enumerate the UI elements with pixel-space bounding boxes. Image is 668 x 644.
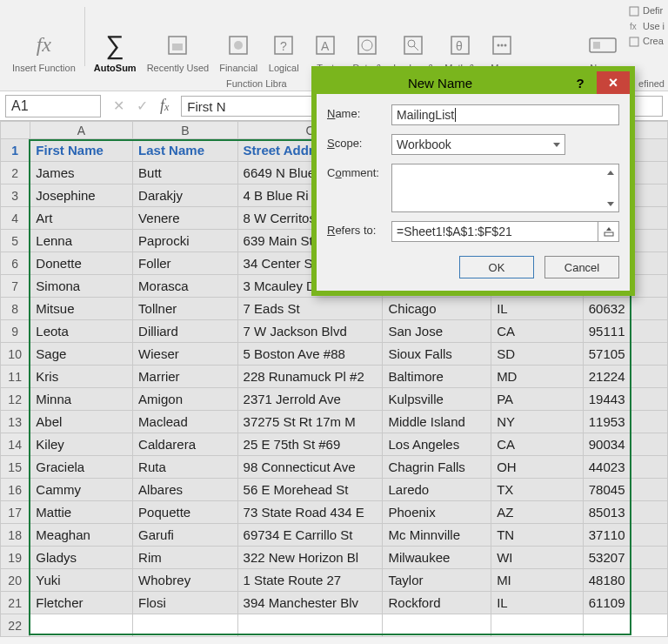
cell[interactable]: Minna bbox=[30, 388, 132, 411]
cell[interactable]: Chagrin Falls bbox=[383, 456, 491, 479]
cell[interactable]: 21224 bbox=[583, 366, 667, 388]
cell[interactable]: Mitsue bbox=[30, 298, 132, 320]
cell[interactable]: 61109 bbox=[583, 592, 667, 614]
row-header[interactable]: 1 bbox=[1, 139, 30, 162]
cell[interactable]: 98 Connecticut Ave bbox=[237, 456, 383, 479]
cell[interactable]: 7 Eads St bbox=[237, 298, 383, 320]
cell[interactable]: Amigon bbox=[133, 388, 237, 411]
cancel-entry-icon[interactable]: ✕ bbox=[113, 97, 124, 114]
more-functions-button[interactable]: More bbox=[486, 3, 518, 73]
cell[interactable]: 78045 bbox=[583, 479, 667, 501]
column-header[interactable]: B bbox=[133, 122, 237, 139]
row-header[interactable]: 8 bbox=[1, 298, 30, 320]
cell[interactable]: 90034 bbox=[583, 433, 667, 456]
select-all-corner[interactable] bbox=[1, 122, 30, 139]
financial-button[interactable]: Financial bbox=[219, 3, 257, 73]
cell[interactable]: 48180 bbox=[583, 569, 667, 592]
cell[interactable]: First Name bbox=[30, 139, 132, 162]
row-header[interactable]: 16 bbox=[1, 479, 30, 501]
cell[interactable]: Rim bbox=[133, 547, 237, 569]
dialog-titlebar[interactable]: New Name ? × bbox=[317, 71, 630, 94]
cell[interactable]: 1 State Route 27 bbox=[237, 569, 383, 592]
name-field[interactable]: MailingList bbox=[391, 104, 619, 125]
autosum-button[interactable]: ∑ AutoSum bbox=[94, 3, 137, 73]
cell[interactable]: CA bbox=[491, 320, 584, 343]
cell[interactable]: 322 New Horizon Bl bbox=[237, 547, 383, 569]
create-from-selection-button[interactable]: Crea bbox=[629, 34, 665, 50]
cell[interactable]: Marrier bbox=[133, 366, 237, 388]
row-header[interactable]: 18 bbox=[1, 524, 30, 547]
cell[interactable]: MI bbox=[491, 569, 584, 592]
cancel-button[interactable]: Cancel bbox=[544, 256, 619, 278]
cell[interactable]: Butt bbox=[133, 162, 237, 184]
cell[interactable]: Abel bbox=[30, 411, 132, 433]
cell[interactable]: 25 E 75th St #69 bbox=[237, 433, 383, 456]
cell[interactable]: 5 Boston Ave #88 bbox=[237, 343, 383, 366]
cell[interactable]: NY bbox=[491, 411, 584, 433]
cell[interactable]: Chicago bbox=[383, 298, 491, 320]
define-name-button[interactable]: Defir bbox=[629, 3, 665, 19]
cell[interactable]: Albares bbox=[133, 479, 237, 501]
row-header[interactable]: 12 bbox=[1, 388, 30, 411]
cell[interactable]: Fletcher bbox=[30, 592, 132, 614]
cell[interactable] bbox=[133, 614, 237, 637]
close-button[interactable]: × bbox=[597, 71, 630, 94]
cell[interactable]: Sioux Falls bbox=[383, 343, 491, 366]
cell[interactable]: Morasca bbox=[133, 275, 237, 298]
name-box[interactable]: A1 bbox=[5, 95, 101, 117]
cell[interactable]: Maclead bbox=[133, 411, 237, 433]
row-header[interactable]: 21 bbox=[1, 592, 30, 614]
scroll-down-icon[interactable] bbox=[605, 198, 617, 210]
cell[interactable]: Venere bbox=[133, 207, 237, 230]
recently-used-button[interactable]: Recently Used bbox=[147, 3, 210, 73]
row-header[interactable]: 19 bbox=[1, 547, 30, 569]
math-trig-button[interactable]: θ Math & bbox=[444, 3, 476, 73]
cell[interactable]: 37110 bbox=[583, 524, 667, 547]
lookup-button[interactable]: Lookup & bbox=[393, 3, 433, 73]
cell[interactable]: Los Angeles bbox=[383, 433, 491, 456]
cell[interactable]: Rockford bbox=[383, 592, 491, 614]
cell[interactable]: Meaghan bbox=[30, 524, 132, 547]
collapse-dialog-button[interactable] bbox=[598, 221, 619, 242]
cell[interactable]: Flosi bbox=[133, 592, 237, 614]
cell[interactable]: Foller bbox=[133, 252, 237, 275]
cell[interactable]: Ruta bbox=[133, 456, 237, 479]
ok-button[interactable]: OK bbox=[459, 256, 534, 278]
scroll-up-icon[interactable] bbox=[605, 166, 617, 178]
cell[interactable]: AZ bbox=[491, 501, 584, 524]
cell[interactable]: WI bbox=[491, 547, 584, 569]
cell[interactable]: 7 W Jackson Blvd bbox=[237, 320, 383, 343]
cell[interactable]: 95111 bbox=[583, 320, 667, 343]
cell[interactable]: Josephine bbox=[30, 184, 132, 207]
cell[interactable]: Cammy bbox=[30, 479, 132, 501]
cell[interactable]: Kiley bbox=[30, 433, 132, 456]
cell[interactable]: OH bbox=[491, 456, 584, 479]
cell[interactable] bbox=[383, 614, 491, 637]
cell[interactable]: 73 State Road 434 E bbox=[237, 501, 383, 524]
cell[interactable]: 394 Manchester Blv bbox=[237, 592, 383, 614]
cell[interactable]: Last Name bbox=[133, 139, 237, 162]
cell[interactable] bbox=[237, 614, 383, 637]
date-time-button[interactable]: Date & bbox=[351, 3, 383, 73]
cell[interactable]: 37275 St Rt 17m M bbox=[237, 411, 383, 433]
row-header[interactable]: 2 bbox=[1, 162, 30, 184]
cell[interactable]: 2371 Jerrold Ave bbox=[237, 388, 383, 411]
cell[interactable]: Donette bbox=[30, 252, 132, 275]
row-header[interactable]: 10 bbox=[1, 343, 30, 366]
column-header[interactable]: A bbox=[30, 122, 132, 139]
cell[interactable]: TN bbox=[491, 524, 584, 547]
cell[interactable]: Phoenix bbox=[383, 501, 491, 524]
name-manager-button[interactable]: Name bbox=[587, 3, 618, 73]
cell[interactable]: 228 Runamuck Pl #2 bbox=[237, 366, 383, 388]
cell[interactable]: Mc Minnville bbox=[383, 524, 491, 547]
cell[interactable]: Lenna bbox=[30, 230, 132, 252]
row-header[interactable]: 15 bbox=[1, 456, 30, 479]
cell[interactable] bbox=[491, 614, 584, 637]
cell[interactable]: Middle Island bbox=[383, 411, 491, 433]
cell[interactable]: Gladys bbox=[30, 547, 132, 569]
cell[interactable]: Art bbox=[30, 207, 132, 230]
cell[interactable]: 60632 bbox=[583, 298, 667, 320]
cell[interactable]: 53207 bbox=[583, 547, 667, 569]
row-header[interactable]: 9 bbox=[1, 320, 30, 343]
row-header[interactable]: 3 bbox=[1, 184, 30, 207]
